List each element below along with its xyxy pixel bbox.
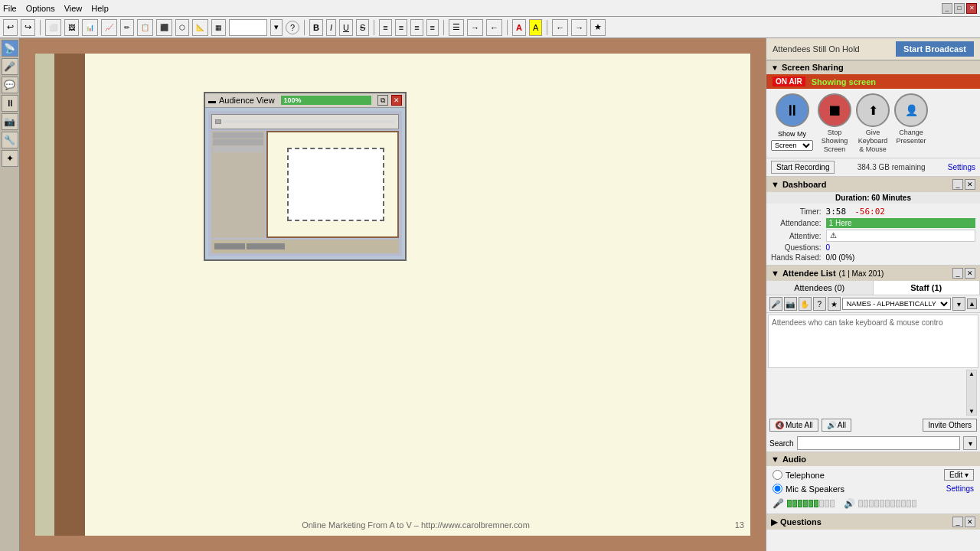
undo2-button[interactable]: ← <box>552 19 568 36</box>
align-left-button[interactable]: ≡ <box>379 19 391 36</box>
telephone-radio[interactable] <box>773 470 782 480</box>
tool-button-3[interactable]: 📊 <box>82 19 98 36</box>
start-recording-button[interactable]: Start Recording <box>771 161 835 174</box>
restore-icon[interactable]: ⧉ <box>377 95 388 106</box>
attendee-min-icon[interactable]: _ <box>952 268 963 279</box>
strikethrough-button[interactable]: S <box>356 19 369 36</box>
tool-button-6[interactable]: 📋 <box>137 19 153 36</box>
side-btn-extra[interactable]: 🔧 <box>2 132 18 148</box>
sp-bar-5 <box>880 500 884 507</box>
tool-button-1[interactable]: ⬜ <box>45 19 61 36</box>
side-btn-mic[interactable]: 🎤 <box>2 58 18 75</box>
list-scrollbar[interactable]: ▲ ▼ <box>966 370 977 416</box>
underline-button[interactable]: U <box>339 19 353 36</box>
indent-button[interactable]: → <box>467 19 483 36</box>
editor-inner[interactable]: ▬ Audience View 100% ⧉ ✕ <box>20 38 766 551</box>
zoom-dropdown[interactable]: ▾ <box>270 19 283 36</box>
questions-expand[interactable]: ▶ <box>771 517 777 527</box>
hand-toolbar-icon[interactable]: ✋ <box>799 297 812 311</box>
cam-toolbar-icon[interactable]: 📷 <box>784 297 797 311</box>
font-color-button[interactable]: A <box>512 19 526 36</box>
questions-value[interactable]: 0 <box>826 243 975 252</box>
minimize-icon[interactable]: _ <box>942 3 952 14</box>
side-btn-broadcast[interactable]: 📡 <box>2 40 18 57</box>
attendee-collapse[interactable]: ▼ <box>771 269 779 278</box>
settings-link[interactable]: Settings <box>948 163 975 171</box>
unmute-all-button[interactable]: 🔊 All <box>822 419 851 432</box>
redo-button[interactable]: ↪ <box>21 19 35 36</box>
justify-button[interactable]: ≡ <box>426 19 439 36</box>
pause-circle[interactable]: ⏸ <box>776 93 809 127</box>
pause-btn[interactable]: ⏸ <box>776 93 809 127</box>
menu-view[interactable]: View <box>64 4 83 13</box>
help-button[interactable]: ? <box>286 21 299 34</box>
undo-button[interactable]: ↩ <box>3 19 18 36</box>
dashboard-collapse[interactable]: ▼ <box>771 180 779 189</box>
star-toolbar-icon[interactable]: ★ <box>828 297 841 311</box>
tool-button-9[interactable]: 📐 <box>192 19 208 36</box>
tool-button-2[interactable]: 🖼 <box>64 19 79 36</box>
bold-button[interactable]: B <box>309 19 323 36</box>
mute-all-button[interactable]: 🔇 Mute All <box>769 419 818 432</box>
staff-tab[interactable]: Staff (1) <box>874 281 981 295</box>
tool-button-4[interactable]: 📈 <box>101 19 117 36</box>
highlight-button[interactable]: A <box>529 19 542 36</box>
dashboard-close-icon[interactable]: ✕ <box>965 179 975 190</box>
sort-dropdown-arrow[interactable]: ▾ <box>952 297 965 311</box>
maximize-icon[interactable]: □ <box>954 3 965 14</box>
align-center-button[interactable]: ≡ <box>395 19 407 36</box>
dashboard-min-icon[interactable]: _ <box>952 179 963 190</box>
stop-btn[interactable]: ⏹ StopShowingScreen <box>818 93 851 153</box>
presenter-circle[interactable]: 👤 <box>894 93 928 127</box>
sort-dropdown[interactable]: NAMES - ALPHABETICALLY <box>842 298 951 310</box>
attendee-close-icon[interactable]: ✕ <box>965 268 975 279</box>
screen-select[interactable]: Screen <box>771 140 813 151</box>
star-button[interactable]: ★ <box>590 19 606 36</box>
menu-options[interactable]: Options <box>26 4 55 13</box>
qa-toolbar-icon[interactable]: ? <box>813 297 826 311</box>
attendance-value: 1 Here <box>826 218 975 228</box>
close-icon-2[interactable]: ✕ <box>391 95 402 106</box>
change-presenter-btn[interactable]: 👤 ChangePresenter <box>894 93 928 145</box>
close-icon[interactable]: ✕ <box>966 3 977 14</box>
mic-settings-link[interactable]: Settings <box>946 484 974 493</box>
tool-button-10[interactable]: ▦ <box>211 19 226 36</box>
side-btn-star[interactable]: ✦ <box>2 150 18 167</box>
collapse-icon[interactable]: ▬ <box>208 96 216 105</box>
tool-button-8[interactable]: ⬡ <box>175 19 189 36</box>
audio-collapse[interactable]: ▼ <box>771 455 779 464</box>
attendees-tab[interactable]: Attendees (0) <box>766 281 874 295</box>
side-btn-pause[interactable]: ⏸ <box>2 95 18 112</box>
audio-edit-button[interactable]: Edit ▾ <box>944 469 974 481</box>
mic-speakers-radio[interactable] <box>773 484 782 494</box>
menu-help[interactable]: Help <box>91 4 109 13</box>
tool-button-5[interactable]: ✏ <box>120 19 134 36</box>
zoom-input[interactable]: 64% <box>229 19 267 36</box>
give-keyboard-btn[interactable]: ⬆ GiveKeyboard& Mouse <box>856 93 890 153</box>
outdent-button[interactable]: ← <box>486 19 502 36</box>
stop-circle[interactable]: ⏹ <box>818 93 851 127</box>
side-btn-camera[interactable]: 📷 <box>2 113 18 130</box>
broadcast-status-label: Attendees Still On Hold <box>773 44 860 54</box>
redo2-button[interactable]: → <box>571 19 587 36</box>
tool-button-7[interactable]: ⬛ <box>156 19 172 36</box>
invite-others-button[interactable]: Invite Others <box>923 419 977 432</box>
mic-toolbar-icon[interactable]: 🎤 <box>769 297 782 311</box>
menu-bar: File Options View Help _ □ ✕ <box>0 0 980 17</box>
mic-speakers-label: Mic & Speakers <box>786 484 943 494</box>
telephone-label: Telephone <box>786 471 941 480</box>
start-broadcast-button[interactable]: Start Broadcast <box>896 41 974 57</box>
keyboard-circle[interactable]: ⬆ <box>856 93 890 127</box>
screen-sharing-collapse[interactable]: ▼ <box>771 64 779 72</box>
search-dropdown[interactable]: ▾ <box>963 436 977 450</box>
side-btn-chat[interactable]: 💬 <box>2 77 18 93</box>
questions-close-icon[interactable]: ✕ <box>965 517 975 527</box>
search-input[interactable] <box>797 436 960 450</box>
italic-button[interactable]: I <box>326 19 336 36</box>
keyboard-label: GiveKeyboard& Mouse <box>858 129 888 153</box>
list-button[interactable]: ☰ <box>449 19 464 36</box>
menu-file[interactable]: File <box>3 4 17 13</box>
questions-min-icon[interactable]: _ <box>952 517 963 527</box>
align-right-button[interactable]: ≡ <box>410 19 423 36</box>
scroll-up-icon[interactable]: ▲ <box>967 298 977 309</box>
